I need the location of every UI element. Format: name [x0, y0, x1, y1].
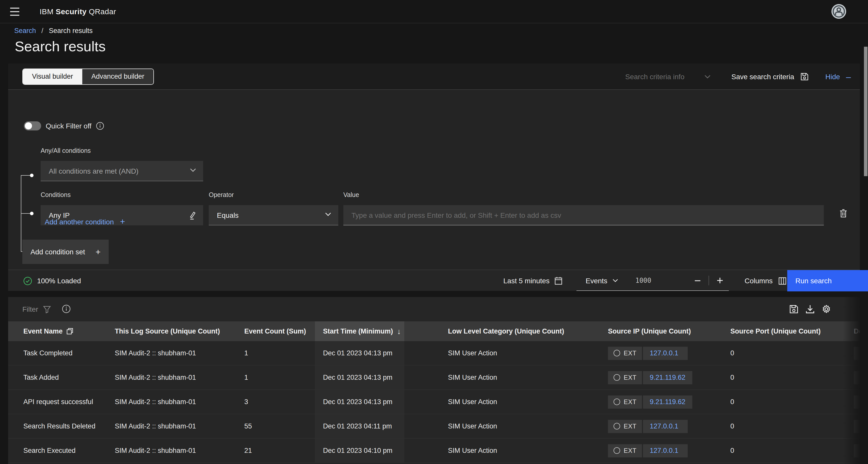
- col-header-destination-partial[interactable]: De: [846, 321, 860, 341]
- breadcrumb-search-link[interactable]: Search: [14, 27, 36, 35]
- time-range-picker[interactable]: Last 5 minutes: [503, 270, 562, 291]
- tab-visual-builder[interactable]: Visual builder: [23, 69, 82, 84]
- source-ip-chip[interactable]: EXT 127.0.0.1: [608, 444, 688, 457]
- copy-icon[interactable]: [67, 328, 73, 335]
- quick-filter-toggle[interactable]: [24, 121, 41, 130]
- result-limit-input[interactable]: 1000: [636, 270, 651, 291]
- source-ip-link[interactable]: 127.0.0.1: [643, 420, 688, 433]
- source-ip-link[interactable]: 127.0.0.1: [643, 444, 688, 457]
- source-ip-chip[interactable]: EXT 127.0.0.1: [608, 420, 688, 433]
- cell-low-level-category: SIM User Action: [404, 390, 600, 414]
- table-row[interactable]: Task Added SIM Audit-2 :: shubham-01 1 D…: [8, 366, 860, 390]
- save-search-criteria-button[interactable]: Save search criteria: [732, 63, 808, 90]
- cell-source-port: 0: [722, 366, 846, 389]
- builder-tabstrip: Visual builder Advanced builder Search c…: [8, 63, 860, 90]
- tree-dot-2: [30, 211, 33, 215]
- delete-condition-trash-icon[interactable]: [837, 207, 849, 219]
- conditions-label: Conditions: [41, 191, 71, 198]
- ip-status-circle-icon: [614, 423, 620, 429]
- source-ip-link[interactable]: 127.0.0.1: [643, 346, 688, 360]
- cell-destination-partial: [846, 366, 860, 389]
- load-status-text: 100% Loaded: [37, 277, 81, 285]
- col-header-start-time[interactable]: Start Time (Minimum) ↓: [315, 321, 404, 341]
- settings-gear-icon[interactable]: [822, 305, 831, 314]
- destination-chip-fragment[interactable]: [854, 395, 860, 408]
- cell-low-level-category: SIM User Action: [404, 366, 600, 389]
- add-condition-set-label: Add condition set: [30, 248, 85, 256]
- col-header-source-port[interactable]: Source Port (Unique Count): [722, 321, 846, 341]
- edit-pencil-icon[interactable]: [188, 211, 196, 220]
- decrement-button[interactable]: [687, 270, 708, 291]
- cell-source-port: 0: [722, 414, 846, 438]
- table-row[interactable]: Task Completed SIM Audit-2 :: shubham-01…: [8, 341, 860, 366]
- chevron-down-icon: [613, 279, 618, 282]
- any-all-conditions-select[interactable]: All conditions are met (AND): [41, 161, 203, 181]
- cell-destination-partial: [846, 390, 860, 414]
- cell-start-time: Dec 01 2023 04:10 pm: [315, 439, 404, 462]
- tree-dot-1: [30, 173, 33, 177]
- download-icon[interactable]: [806, 305, 815, 314]
- table-toolbar: Filter: [8, 297, 860, 321]
- qradar-app: IBM Security QRadar Search / Search resu…: [0, 0, 868, 464]
- operator-select[interactable]: Equals: [209, 205, 338, 225]
- brand-security: Security: [56, 7, 87, 16]
- save-icon: [800, 73, 808, 81]
- columns-button[interactable]: Columns: [737, 270, 795, 291]
- tab-advanced-builder[interactable]: Advanced builder: [82, 69, 154, 84]
- user-avatar[interactable]: [831, 4, 846, 19]
- tree-stub-2: [21, 213, 31, 214]
- destination-chip-fragment[interactable]: [854, 346, 860, 360]
- vertical-scrollbar-thumb[interactable]: [864, 47, 867, 176]
- destination-chip-fragment[interactable]: [854, 420, 860, 433]
- col-header-event-name[interactable]: Event Name: [15, 321, 107, 341]
- value-input[interactable]: [343, 205, 824, 225]
- cell-start-time: Dec 01 2023 04:13 pm: [315, 366, 404, 389]
- cell-start-time: Dec 01 2023 04:11 pm: [315, 414, 404, 438]
- cell-low-level-category: SIM User Action: [404, 439, 600, 462]
- table-row[interactable]: API request successful SIM Audit-2 :: sh…: [8, 390, 860, 414]
- sort-descending-icon[interactable]: ↓: [397, 327, 401, 336]
- cell-event-name: Search Results Deleted: [15, 414, 107, 438]
- save-results-icon[interactable]: [789, 305, 798, 314]
- app-brand: IBM Security QRadar: [40, 0, 116, 23]
- hide-builder-link[interactable]: Hide –: [825, 63, 851, 90]
- breadcrumb-separator: /: [41, 27, 43, 35]
- col-header-event-count[interactable]: Event Count (Sum): [236, 321, 315, 341]
- source-ip-chip[interactable]: EXT 9.21.119.62: [608, 395, 692, 408]
- cell-event-name: Search Executed: [15, 439, 107, 462]
- save-search-criteria-label: Save search criteria: [732, 73, 794, 81]
- stepper-divider: [709, 276, 709, 285]
- search-status-bar: 100% Loaded Last 5 minutes Events: [8, 270, 860, 291]
- source-ip-chip[interactable]: EXT 9.21.119.62: [608, 371, 692, 384]
- operator-label: Operator: [209, 191, 234, 198]
- filter-button[interactable]: Filter: [22, 297, 51, 321]
- source-ip-link[interactable]: 9.21.119.62: [643, 395, 692, 408]
- collapse-minus-icon: –: [846, 72, 851, 81]
- ip-status-circle-icon: [614, 374, 620, 381]
- col-header-source-ip[interactable]: Source IP (Unique Count): [600, 321, 722, 341]
- table-row[interactable]: Search Executed SIM Audit-2 :: shubham-0…: [8, 439, 860, 463]
- destination-chip-fragment[interactable]: [854, 371, 860, 384]
- value-label: Value: [343, 191, 359, 198]
- add-another-condition-link[interactable]: Add another condition +: [45, 217, 125, 226]
- add-condition-set-button[interactable]: Add condition set +: [22, 240, 109, 264]
- col-header-low-level-category[interactable]: Low Level Category (Unique Count): [404, 321, 600, 341]
- increment-button[interactable]: [710, 270, 730, 291]
- info-icon[interactable]: [96, 122, 104, 130]
- info-icon[interactable]: [62, 305, 71, 313]
- table-row[interactable]: Search Results Deleted SIM Audit-2 :: sh…: [8, 414, 860, 439]
- result-limit-group: Events 1000: [577, 270, 729, 291]
- data-type-select[interactable]: Events: [586, 270, 618, 291]
- col-header-log-source[interactable]: This Log Source (Unique Count): [107, 321, 236, 341]
- cell-event-count: 1: [236, 366, 315, 389]
- cell-source-port: 0: [722, 341, 846, 365]
- data-type-value: Events: [586, 276, 608, 285]
- hamburger-menu-icon[interactable]: [9, 7, 20, 16]
- search-criteria-info-dropdown[interactable]: Search criteria info: [617, 63, 719, 90]
- page-title: Search results: [15, 39, 106, 55]
- destination-chip-fragment[interactable]: [854, 444, 860, 457]
- source-ip-link[interactable]: 9.21.119.62: [643, 371, 692, 384]
- run-search-button[interactable]: Run search: [787, 270, 868, 291]
- source-ip-chip[interactable]: EXT 127.0.0.1: [608, 346, 688, 360]
- breadcrumb-current: Search results: [49, 27, 93, 35]
